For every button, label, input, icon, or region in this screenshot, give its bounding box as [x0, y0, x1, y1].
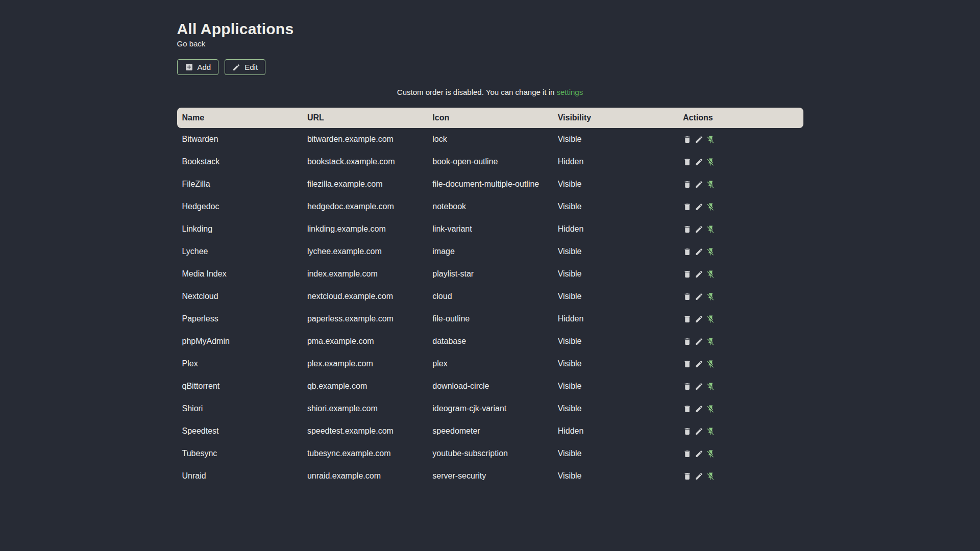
- edit-icon[interactable]: [695, 405, 703, 413]
- table-row: Bitwardenbitwarden.example.comlockVisibl…: [177, 128, 803, 151]
- app-icon-name: youtube-subscription: [427, 442, 552, 465]
- pin-off-icon[interactable]: [706, 203, 715, 211]
- edit-button[interactable]: Edit: [225, 59, 265, 75]
- pin-off-icon[interactable]: [706, 360, 715, 368]
- app-visibility: Hidden: [553, 218, 678, 240]
- app-visibility: Visible: [553, 173, 678, 195]
- edit-icon[interactable]: [695, 225, 703, 234]
- app-icon-name: file-document-multiple-outline: [427, 173, 552, 195]
- app-url: qb.example.com: [302, 375, 427, 397]
- delete-icon[interactable]: [683, 449, 692, 458]
- delete-icon[interactable]: [683, 247, 692, 256]
- edit-icon[interactable]: [695, 360, 703, 368]
- edit-icon[interactable]: [695, 427, 703, 436]
- pencil-icon: [232, 63, 240, 71]
- pin-off-icon[interactable]: [706, 427, 715, 436]
- app-actions: [678, 240, 803, 263]
- pin-off-icon[interactable]: [706, 472, 715, 481]
- pin-off-icon[interactable]: [706, 292, 715, 301]
- app-visibility: Visible: [553, 240, 678, 263]
- app-name: phpMyAdmin: [177, 330, 302, 353]
- app-name: Media Index: [177, 263, 302, 285]
- pin-off-icon[interactable]: [706, 270, 715, 279]
- delete-icon[interactable]: [683, 472, 692, 481]
- delete-icon[interactable]: [683, 292, 692, 301]
- pin-off-icon[interactable]: [706, 180, 715, 189]
- delete-icon[interactable]: [683, 360, 692, 368]
- edit-icon[interactable]: [695, 203, 703, 211]
- app-actions: [678, 397, 803, 420]
- app-visibility: Visible: [553, 442, 678, 465]
- edit-icon[interactable]: [695, 180, 703, 189]
- app-url: speedtest.example.com: [302, 420, 427, 442]
- delete-icon[interactable]: [683, 427, 692, 436]
- pin-off-icon[interactable]: [706, 405, 715, 413]
- delete-icon[interactable]: [683, 203, 692, 211]
- app-visibility: Visible: [553, 465, 678, 487]
- app-icon-name: file-outline: [427, 308, 552, 330]
- settings-link[interactable]: settings: [557, 88, 583, 96]
- app-visibility: Hidden: [553, 420, 678, 442]
- delete-icon[interactable]: [683, 270, 692, 279]
- column-header-icon: Icon: [427, 108, 552, 128]
- delete-icon[interactable]: [683, 135, 692, 144]
- go-back-link[interactable]: Go back: [177, 39, 206, 48]
- notice-text: Custom order is disabled. You can change…: [397, 88, 555, 96]
- app-icon-name: lock: [427, 128, 552, 151]
- edit-icon[interactable]: [695, 315, 703, 323]
- table-row: Shiorishiori.example.comideogram-cjk-var…: [177, 397, 803, 420]
- app-actions: [678, 263, 803, 285]
- app-url: tubesync.example.com: [302, 442, 427, 465]
- edit-icon[interactable]: [695, 270, 703, 279]
- table-row: qBittorrentqb.example.comdownload-circle…: [177, 375, 803, 397]
- app-name: FileZilla: [177, 173, 302, 195]
- table-row: Paperlesspaperless.example.comfile-outli…: [177, 308, 803, 330]
- delete-icon[interactable]: [683, 225, 692, 234]
- delete-icon[interactable]: [683, 158, 692, 166]
- pin-off-icon[interactable]: [706, 158, 715, 166]
- app-actions: [678, 151, 803, 173]
- app-icon-name: plex: [427, 353, 552, 375]
- delete-icon[interactable]: [683, 180, 692, 189]
- app-url: bitwarden.example.com: [302, 128, 427, 151]
- app-url: pma.example.com: [302, 330, 427, 353]
- app-name: Bitwarden: [177, 128, 302, 151]
- edit-icon[interactable]: [695, 337, 703, 346]
- edit-icon[interactable]: [695, 382, 703, 391]
- delete-icon[interactable]: [683, 337, 692, 346]
- delete-icon[interactable]: [683, 315, 692, 323]
- pin-off-icon[interactable]: [706, 225, 715, 234]
- delete-icon[interactable]: [683, 382, 692, 391]
- table-row: phpMyAdminpma.example.comdatabaseVisible: [177, 330, 803, 353]
- pin-off-icon[interactable]: [706, 337, 715, 346]
- pin-off-icon[interactable]: [706, 382, 715, 391]
- edit-icon[interactable]: [695, 292, 703, 301]
- app-url: linkding.example.com: [302, 218, 427, 240]
- app-name: Linkding: [177, 218, 302, 240]
- app-visibility: Visible: [553, 330, 678, 353]
- pin-off-icon[interactable]: [706, 449, 715, 458]
- app-url: shiori.example.com: [302, 397, 427, 420]
- edit-icon[interactable]: [695, 158, 703, 166]
- page-container: All Applications Go back Add Edit Custom…: [177, 0, 803, 487]
- app-url: nextcloud.example.com: [302, 285, 427, 308]
- pin-off-icon[interactable]: [706, 247, 715, 256]
- table-row: FileZillafilezilla.example.comfile-docum…: [177, 173, 803, 195]
- pin-off-icon[interactable]: [706, 135, 715, 144]
- app-visibility: Visible: [553, 263, 678, 285]
- edit-icon[interactable]: [695, 472, 703, 481]
- edit-icon[interactable]: [695, 247, 703, 256]
- add-button[interactable]: Add: [177, 59, 219, 75]
- app-name: Hedgedoc: [177, 195, 302, 218]
- delete-icon[interactable]: [683, 405, 692, 413]
- app-visibility: Hidden: [553, 151, 678, 173]
- edit-icon[interactable]: [695, 449, 703, 458]
- app-icon-name: link-variant: [427, 218, 552, 240]
- pin-off-icon[interactable]: [706, 315, 715, 323]
- app-name: Bookstack: [177, 151, 302, 173]
- column-header-visibility: Visibility: [553, 108, 678, 128]
- app-icon-name: image: [427, 240, 552, 263]
- app-actions: [678, 173, 803, 195]
- edit-icon[interactable]: [695, 135, 703, 144]
- custom-order-notice: Custom order is disabled. You can change…: [177, 88, 803, 96]
